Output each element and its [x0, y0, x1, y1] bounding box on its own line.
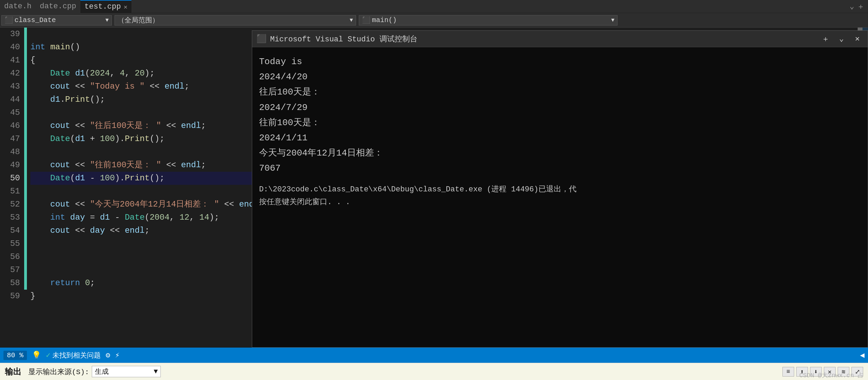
tab-test-cpp[interactable]: test.cpp ✕ [80, 0, 131, 13]
output-panel: 输出 显示输出来源(S): 生成 ▼ ≡ ⬆ ⬇ ✕ ≋ ⤢ CSDN @大zn… [0, 363, 868, 380]
terminal-line-2: 2024/4/20 [259, 69, 861, 84]
terminal-content: Today is 2024/4/20 往后100天是： 2024/7/29 往前… [252, 47, 868, 347]
scroll-left-icon[interactable]: ◀ [860, 351, 865, 360]
terminal-title: Microsoft Visual Studio 调试控制台 [270, 34, 417, 44]
terminal-path-line: D:\2023code.c\class_Date\x64\Debug\class… [259, 183, 861, 196]
ln-42: 42 [3, 67, 20, 80]
output-btn-1[interactable]: ≡ [782, 367, 794, 377]
ln-52: 52 [3, 198, 20, 211]
function-icon: ⬛ [362, 16, 371, 24]
output-source-row: 显示输出来源(S): 生成 ▼ [28, 366, 161, 377]
indicator-bar [24, 28, 27, 348]
ln-57: 57 [3, 263, 20, 277]
output-source-label: 显示输出来源(S): [28, 367, 89, 377]
output-source-arrow: ▼ [154, 368, 158, 376]
line-numbers: 39 40 41 42 43 44 45 46 47 48 49 50 51 5… [0, 28, 24, 348]
scope-dropdown-arrow: ▼ [349, 17, 353, 23]
function-dropdown[interactable]: ⬛ main() ▼ [359, 15, 618, 26]
zoom-level[interactable]: 80 % [3, 351, 27, 360]
terminal-press-key: 按任意键关闭此窗口. . . [259, 196, 861, 209]
terminal-icon: ⬛ [256, 34, 267, 44]
ln-55: 55 [3, 237, 20, 250]
ln-39: 39 [3, 28, 20, 41]
wand-icon[interactable]: ⚡ [115, 351, 120, 360]
ln-44: 44 [3, 93, 20, 106]
ln-43: 43 [3, 80, 20, 93]
gear-icon[interactable]: ⚙ [106, 351, 110, 360]
terminal-line-3: 往后100天是： [259, 84, 861, 100]
ln-53: 53 [3, 211, 20, 224]
collapse-icon[interactable]: ⌄ [850, 2, 854, 11]
terminal-dropdown-btn[interactable]: ⌄ [835, 34, 848, 44]
tab-label-date-cpp: date.cpp [40, 2, 76, 11]
terminal-line-6: 2024/1/11 [259, 130, 861, 146]
function-dropdown-arrow: ▼ [611, 17, 614, 23]
ln-54: 54 [3, 224, 20, 237]
status-bar: 80 % 💡 ✓ 未找到相关问题 ⚙ ⚡ ◀ [0, 348, 868, 363]
output-source-value: 生成 [95, 367, 109, 376]
ln-41: 41 [3, 54, 20, 67]
ln-56: 56 [3, 250, 20, 263]
no-issues-label: 未找到相关问题 [52, 351, 101, 360]
output-source-dropdown[interactable]: 生成 ▼ [92, 366, 161, 377]
tab-label-test-cpp: test.cpp [85, 2, 121, 11]
terminal-add-btn[interactable]: ＋ [819, 34, 832, 44]
add-tab-icon[interactable]: ＋ [857, 1, 865, 12]
ln-45: 45 [3, 106, 20, 119]
tab-date-cpp[interactable]: date.cpp [36, 0, 80, 13]
class-icon: ⬛ [4, 16, 13, 24]
scope-dropdown-label: （全局范围） [118, 16, 159, 25]
ln-48: 48 [3, 146, 20, 159]
ln-47: 47 [3, 132, 20, 146]
ln-49: 49 [3, 159, 20, 172]
ln-50: 50 [3, 172, 20, 185]
terminal-line-7: 今天与2004年12月14日相差： [259, 146, 861, 161]
ln-51: 51 [3, 185, 20, 198]
status-check: ✓ 未找到相关问题 [46, 351, 101, 360]
ln-46: 46 [3, 119, 20, 132]
tab-bar: date.h date.cpp test.cpp ✕ ⌄ ＋ [0, 0, 868, 13]
terminal-line-8: 7067 [259, 161, 861, 176]
class-dropdown-label: class_Date [14, 16, 56, 24]
green-indicator [24, 28, 27, 290]
toolbar: ⬛ class_Date ▼ （全局范围） ▼ ⬛ main() ▼ [0, 13, 868, 28]
kw-int: int [30, 41, 45, 54]
close-tab-icon[interactable]: ✕ [124, 3, 127, 11]
check-icon: ✓ [46, 351, 50, 360]
tab-bar-right: ⌄ ＋ [850, 1, 868, 12]
terminal-titlebar: ⬛ Microsoft Visual Studio 调试控制台 ＋ ⌄ ✕ [252, 31, 868, 47]
function-dropdown-label: main() [372, 16, 397, 24]
tab-label-date-h: date.h [4, 2, 31, 11]
ln-59: 59 [3, 290, 20, 303]
fn-main: main [50, 41, 70, 54]
terminal-line-1: Today is [259, 54, 861, 69]
tab-date-h[interactable]: date.h [0, 0, 36, 13]
terminal-line-4: 2024/7/29 [259, 100, 861, 115]
terminal-line-5: 往前100天是： [259, 115, 861, 130]
watermark: CSDN @大znwx.cn 占 [799, 371, 864, 379]
class-dropdown[interactable]: ⬛ class_Date ▼ [1, 15, 112, 26]
lightbulb-icon[interactable]: 💡 [32, 351, 41, 360]
ln-40: 40 [3, 41, 20, 54]
terminal-window: ⬛ Microsoft Visual Studio 调试控制台 ＋ ⌄ ✕ To… [252, 30, 868, 348]
scope-dropdown[interactable]: （全局范围） ▼ [115, 15, 356, 26]
terminal-close-btn[interactable]: ✕ [851, 34, 864, 44]
ln-58: 58 [3, 277, 20, 290]
class-dropdown-arrow: ▼ [105, 17, 109, 23]
output-label: 输出 [5, 366, 21, 377]
